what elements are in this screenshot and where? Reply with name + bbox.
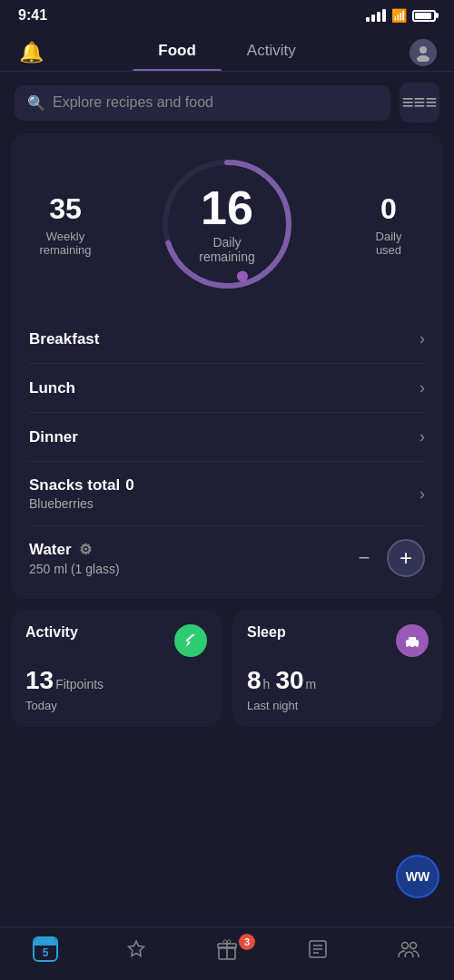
gift-icon (215, 937, 239, 961)
stats-row: 35 Weeklyremaining 16 Dailyremaining 0 D… (29, 152, 425, 297)
activity-badge-icon (174, 624, 207, 657)
sleep-card[interactable]: Sleep 8 h 30 m Last night (232, 610, 443, 727)
water-amount: 250 ml (1 glass) (29, 562, 120, 576)
main-card: 35 Weeklyremaining 16 Dailyremaining 0 D… (11, 133, 443, 599)
profile-button[interactable] (407, 36, 439, 69)
daily-value: 16 (201, 184, 253, 231)
calendar-icon: 5 (33, 936, 58, 962)
dinner-row[interactable]: Dinner › (29, 412, 425, 461)
dinner-chevron: › (419, 427, 425, 446)
daily-used-stat: 0 Dailyused (352, 192, 425, 257)
barcode-icon: ≡≡≡ (402, 91, 438, 114)
snacks-row[interactable]: Snacks total 0 Blueberries › (29, 461, 425, 525)
svg-point-7 (409, 646, 411, 649)
lunch-label: Lunch (29, 379, 75, 397)
status-time: 9:41 (18, 7, 47, 24)
breakfast-label: Breakfast (29, 330, 100, 348)
news-icon (306, 937, 330, 961)
tab-bar: Food Activity (47, 34, 407, 71)
weekly-value: 35 (49, 192, 82, 226)
rewards-badge: 3 (239, 934, 255, 950)
sleep-minutes: 30 (275, 666, 303, 695)
profile-icon (410, 39, 437, 66)
svg-point-17 (410, 943, 417, 949)
activity-sub: Today (25, 699, 207, 712)
water-label: Water (29, 541, 72, 559)
status-bar: 9:41 📶 (0, 0, 454, 27)
community-icon (397, 937, 420, 961)
sleep-badge-icon (396, 624, 429, 657)
snacks-total-row: Snacks total 0 (29, 476, 134, 495)
weekly-label: Weeklyremaining (39, 230, 91, 257)
daily-used-value: 0 (380, 192, 397, 226)
status-icons: 📶 (366, 8, 436, 23)
snacks-sub: Blueberries (29, 496, 134, 511)
water-title-row: Water ⚙ (29, 541, 120, 559)
meals-section: Breakfast › Lunch › Dinner › Snacks tota… (29, 315, 425, 577)
bell-button[interactable]: 🔔 (15, 36, 47, 69)
snacks-count: 0 (125, 476, 133, 495)
snacks-info: Snacks total 0 Blueberries (29, 476, 134, 511)
tab-food[interactable]: Food (133, 34, 222, 71)
sleep-card-title: Sleep (247, 624, 286, 641)
breakfast-row[interactable]: Breakfast › (29, 315, 425, 363)
water-info: Water ⚙ 250 ml (1 glass) (29, 541, 120, 576)
sleep-minutes-unit: m (306, 677, 317, 691)
svg-point-8 (414, 646, 417, 649)
wifi-icon: 📶 (391, 8, 407, 23)
sleep-hours: 8 (247, 666, 262, 695)
activity-unit: Fitpoints (55, 677, 104, 691)
water-increase-button[interactable]: + (387, 539, 425, 577)
battery-icon (412, 10, 436, 22)
progress-circle: 16 Dailyremaining (154, 152, 300, 297)
water-row: Water ⚙ 250 ml (1 glass) − + (29, 525, 425, 577)
snacks-label: Snacks total (29, 476, 120, 495)
activity-value-row: 13 Fitpoints (25, 666, 207, 695)
water-controls: − + (350, 539, 425, 577)
activity-value: 13 (25, 666, 54, 695)
activity-card[interactable]: Activity 13 Fitpoints Today (11, 610, 222, 727)
breakfast-chevron: › (419, 329, 425, 348)
lunch-row[interactable]: Lunch › (29, 363, 425, 412)
water-settings-icon[interactable]: ⚙ (79, 541, 92, 558)
water-decrease-button[interactable]: − (350, 546, 378, 570)
tab-header: 🔔 Food Activity (0, 27, 454, 71)
search-icon: 🔍 (27, 94, 45, 112)
circle-center: 16 Dailyremaining (199, 184, 254, 264)
bell-icon: 🔔 (19, 41, 44, 64)
sleep-card-header: Sleep (247, 624, 429, 657)
nav-item-community[interactable] (386, 937, 431, 961)
svg-point-4 (237, 271, 248, 282)
ww-avatar-button[interactable]: WW (396, 855, 439, 898)
nav-item-calendar[interactable]: 5 (23, 936, 68, 962)
search-bar[interactable]: 🔍 Explore recipes and food (15, 85, 390, 121)
svg-point-16 (402, 943, 409, 949)
search-section: 🔍 Explore recipes and food ≡≡≡ (0, 72, 454, 133)
daily-used-label: Dailyused (376, 230, 402, 257)
sleep-sub: Last night (247, 699, 429, 712)
nav-item-news[interactable] (295, 937, 340, 961)
sleep-value-row: 8 h 30 m (247, 666, 429, 695)
weekly-stat: 35 Weeklyremaining (29, 192, 102, 257)
lunch-chevron: › (419, 378, 425, 397)
tab-activity[interactable]: Activity (222, 34, 321, 71)
bottom-nav: 5 3 (0, 926, 454, 980)
favorites-icon (124, 937, 148, 961)
snacks-chevron: › (419, 485, 425, 504)
activity-card-header: Activity (25, 624, 207, 657)
cards-row: Activity 13 Fitpoints Today Sleep (11, 610, 443, 727)
daily-label: Dailyremaining (199, 235, 254, 264)
search-placeholder: Explore recipes and food (53, 94, 213, 111)
svg-rect-6 (409, 637, 416, 641)
svg-point-1 (417, 55, 429, 62)
svg-rect-5 (406, 640, 419, 647)
activity-card-title: Activity (25, 624, 78, 641)
barcode-button[interactable]: ≡≡≡ (400, 83, 439, 122)
signal-icon (366, 9, 386, 22)
dinner-label: Dinner (29, 428, 78, 446)
sleep-hours-unit: h (263, 677, 271, 691)
nav-item-rewards[interactable]: 3 (204, 937, 250, 961)
svg-point-0 (419, 46, 427, 54)
nav-item-favorites[interactable] (114, 937, 159, 961)
